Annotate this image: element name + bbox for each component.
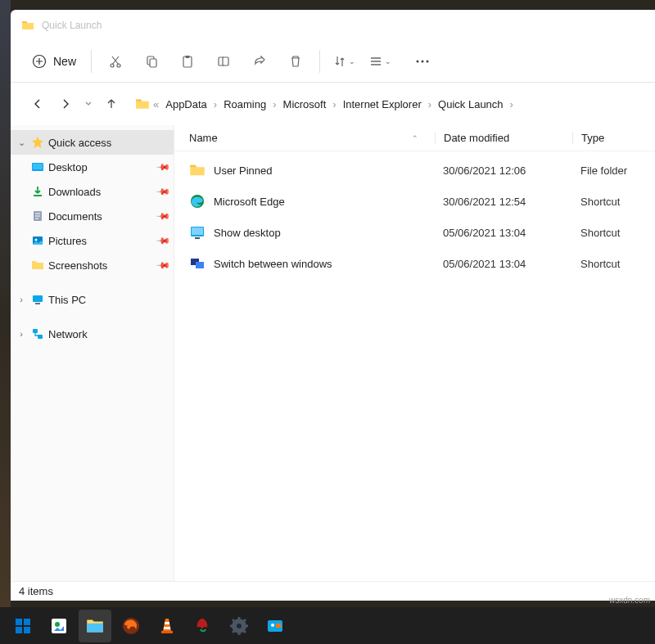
- file-date: 05/06/2021 13:04: [435, 227, 572, 239]
- taskbar-firefox[interactable]: [115, 610, 147, 642]
- toolbar: New ⌄ ⌄: [11, 41, 655, 82]
- folder-icon: [135, 97, 150, 111]
- svg-rect-26: [196, 262, 204, 268]
- window-title: Quick Launch: [42, 20, 102, 31]
- svg-rect-24: [195, 237, 200, 239]
- sidebar-label: Documents: [48, 210, 102, 223]
- app-icon: [49, 616, 69, 636]
- chevron-down-icon[interactable]: ⌄: [16, 137, 27, 148]
- breadcrumb-item[interactable]: Roaming: [220, 95, 269, 114]
- column-name[interactable]: Name⌃: [189, 132, 435, 144]
- breadcrumb[interactable]: « AppData › Roaming › Microsoft › Intern…: [135, 95, 640, 114]
- share-button[interactable]: [242, 47, 277, 76]
- breadcrumb-item[interactable]: Microsoft: [280, 95, 330, 114]
- taskbar-explorer[interactable]: [79, 610, 111, 642]
- new-button[interactable]: New: [24, 49, 84, 74]
- svg-point-2: [117, 64, 120, 67]
- pictures-icon: [30, 233, 45, 248]
- sidebar-item-this-pc[interactable]: › This PC: [11, 287, 174, 312]
- network-icon: [30, 327, 45, 341]
- view-button[interactable]: ⌄: [363, 47, 397, 76]
- svg-point-39: [237, 624, 242, 628]
- sidebar-item-downloads[interactable]: Downloads 📌: [11, 179, 174, 204]
- taskbar-app[interactable]: [187, 610, 219, 642]
- delete-button[interactable]: [278, 47, 313, 76]
- breadcrumb-item[interactable]: AppData: [162, 95, 210, 114]
- back-icon: [31, 97, 44, 110]
- svg-rect-6: [186, 56, 190, 58]
- column-date[interactable]: Date modified: [435, 132, 572, 144]
- sidebar-item-quick-access[interactable]: ⌄ Quick access: [11, 130, 174, 155]
- status-bar: 4 items: [11, 581, 655, 601]
- cut-icon: [108, 54, 123, 69]
- taskbar-app[interactable]: [43, 610, 75, 642]
- more-button[interactable]: [405, 47, 440, 76]
- forward-button[interactable]: [53, 92, 78, 116]
- list-item[interactable]: Switch between windows 05/06/2021 13:04 …: [174, 248, 655, 279]
- file-name: User Pinned: [214, 164, 273, 177]
- chevron-right-icon: ›: [271, 98, 278, 110]
- list-item[interactable]: Microsoft Edge 30/06/2021 12:54 Shortcut: [174, 186, 655, 217]
- gear-icon: [229, 616, 249, 636]
- sidebar-item-network[interactable]: › Network: [11, 322, 174, 346]
- documents-icon: [30, 209, 45, 223]
- chevron-right-icon[interactable]: ›: [16, 329, 27, 339]
- windows-icon: [13, 616, 33, 636]
- svg-point-1: [111, 64, 114, 67]
- sort-button[interactable]: ⌄: [327, 47, 361, 76]
- back-button[interactable]: [25, 92, 50, 116]
- share-icon: [252, 54, 267, 69]
- sidebar-item-documents[interactable]: Documents 📌: [11, 204, 174, 228]
- vlc-icon: [157, 616, 177, 636]
- rename-button[interactable]: [206, 47, 241, 76]
- show-desktop-icon: [189, 224, 206, 241]
- sidebar-item-desktop[interactable]: Desktop 📌: [11, 155, 174, 179]
- recent-button[interactable]: [81, 92, 96, 116]
- taskbar-vlc[interactable]: [151, 610, 183, 642]
- folder-icon: [189, 162, 206, 178]
- copy-icon: [144, 54, 159, 69]
- list-item[interactable]: Show desktop 05/06/2021 13:04 Shortcut: [174, 217, 655, 248]
- edge-icon: [189, 193, 206, 209]
- file-type: Shortcut: [572, 258, 620, 270]
- chevron-down-icon: [84, 100, 93, 108]
- cut-button[interactable]: [98, 47, 133, 76]
- file-type: File folder: [572, 164, 627, 177]
- start-button[interactable]: [7, 610, 39, 642]
- breadcrumb-item[interactable]: Internet Explorer: [340, 95, 425, 114]
- copy-button[interactable]: [134, 47, 169, 76]
- svg-rect-37: [161, 631, 173, 633]
- sidebar-label: Quick access: [48, 137, 111, 149]
- chevron-right-icon: ›: [508, 98, 515, 110]
- breadcrumb-item[interactable]: Quick Launch: [435, 95, 507, 114]
- nav-pane[interactable]: ⌄ Quick access Desktop 📌 Downloads 📌 Doc…: [11, 125, 174, 581]
- titlebar[interactable]: Quick Launch: [11, 10, 655, 41]
- taskbar-settings[interactable]: [223, 610, 255, 642]
- paste-button[interactable]: [170, 47, 205, 76]
- view-icon: [368, 54, 383, 69]
- sidebar-item-pictures[interactable]: Pictures 📌: [11, 228, 174, 253]
- up-button[interactable]: [99, 92, 124, 116]
- svg-rect-17: [33, 295, 43, 302]
- svg-rect-27: [16, 619, 22, 625]
- column-type[interactable]: Type: [572, 132, 604, 144]
- file-name: Switch between windows: [214, 258, 332, 270]
- svg-point-9: [417, 61, 419, 63]
- chevron-right-icon: ›: [212, 98, 219, 110]
- rename-icon: [216, 54, 231, 69]
- svg-rect-23: [192, 227, 203, 235]
- list-item[interactable]: User Pinned 30/06/2021 12:06 File folder: [174, 155, 655, 186]
- taskbar-app[interactable]: [259, 610, 291, 642]
- nav-row: « AppData › Roaming › Microsoft › Intern…: [11, 83, 655, 125]
- switch-windows-icon: [189, 255, 206, 272]
- sidebar-label: Screenshots: [48, 259, 107, 272]
- svg-rect-19: [33, 329, 38, 333]
- svg-point-16: [35, 239, 38, 241]
- up-icon: [105, 97, 118, 110]
- file-rows[interactable]: User Pinned 30/06/2021 12:06 File folder…: [174, 151, 655, 581]
- taskbar[interactable]: [0, 607, 655, 644]
- chevron-right-icon[interactable]: ›: [16, 295, 27, 304]
- downloads-icon: [30, 184, 45, 199]
- sidebar-item-screenshots[interactable]: Screenshots 📌: [11, 253, 174, 277]
- svg-rect-13: [33, 164, 43, 169]
